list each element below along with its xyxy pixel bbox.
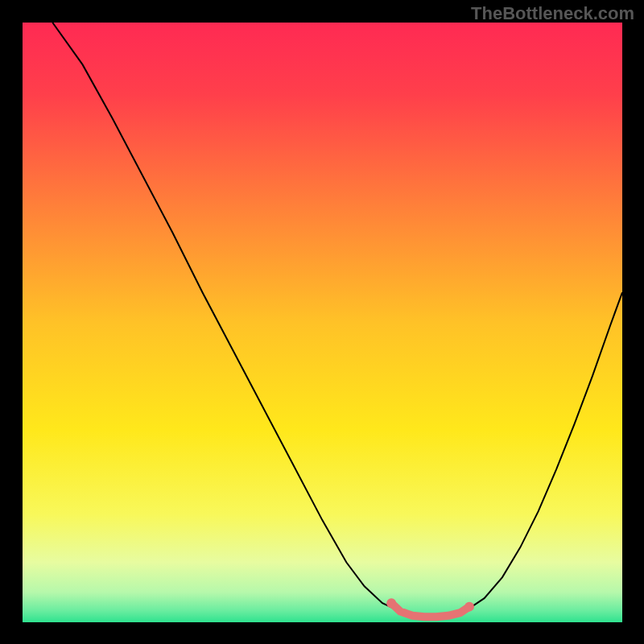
bottleneck-chart xyxy=(23,23,622,622)
chart-background xyxy=(23,23,622,622)
marker-dot xyxy=(464,602,474,612)
watermark-text: TheBottleneck.com xyxy=(471,3,634,24)
marker-dot xyxy=(386,598,396,608)
